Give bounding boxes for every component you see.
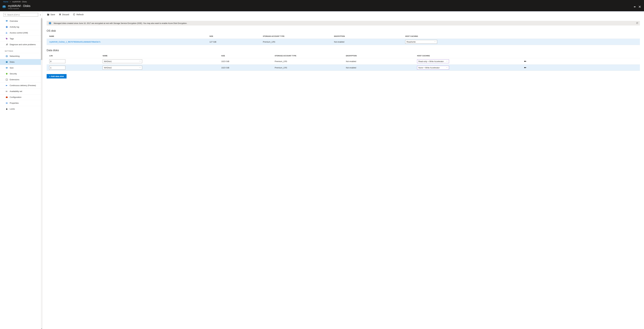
svg-rect-11 xyxy=(6,27,7,28)
refresh-button[interactable]: Refresh xyxy=(73,13,84,16)
sidebar-item-label: Tags xyxy=(10,38,14,40)
log-icon xyxy=(6,26,8,28)
refresh-label: Refresh xyxy=(76,13,84,16)
lun-input[interactable] xyxy=(49,66,66,70)
pin-icon[interactable] xyxy=(634,6,636,8)
svg-point-39 xyxy=(524,67,526,68)
sidebar-item-lock[interactable]: Locks xyxy=(0,106,41,112)
data-disk-row[interactable]: WADisk1 ﹀ 1023 GiB Premium_LRS Not enabl… xyxy=(46,58,640,65)
disks-icon xyxy=(6,61,8,63)
os-disk-caching-dropdown[interactable]: Read/write ﹀ xyxy=(405,40,437,44)
write-accelerator-icon[interactable] xyxy=(524,60,638,62)
props-icon xyxy=(6,102,8,104)
collapse-sidebar-icon[interactable]: « xyxy=(40,14,41,16)
sidebar-item-label: Availability set xyxy=(10,90,22,92)
breadcrumb-home[interactable]: Home xyxy=(3,1,8,3)
os-disk-heading: OS disk xyxy=(46,29,640,33)
size-icon xyxy=(6,67,8,69)
sidebar-item-cd[interactable]: Continuous delivery (Preview) xyxy=(0,82,41,88)
data-disk-row[interactable]: WADisk2 ﹀ 1023 GiB Premium_LRS Not enabl… xyxy=(46,65,640,71)
scroll-down-icon[interactable]: ▼ xyxy=(41,328,42,329)
sidebar-item-disks[interactable]: Disks xyxy=(0,59,41,65)
search-input[interactable] xyxy=(7,14,37,16)
save-label: Save xyxy=(50,13,55,16)
sidebar-item-label: Size xyxy=(10,67,14,69)
os-disk-caching-value: Read/write xyxy=(406,41,416,43)
shield-icon xyxy=(6,73,8,75)
add-data-disk-button[interactable]: + Add data disk xyxy=(46,74,66,79)
data-disks-heading: Data disks xyxy=(46,49,640,52)
sidebar-item-size[interactable]: Size xyxy=(0,65,41,71)
disk-storage: Premium_LRS xyxy=(272,58,343,65)
data-disks-table: LUN NAME SIZE STORAGE ACCOUNT TYPE ENCRY… xyxy=(46,53,640,71)
svg-rect-30 xyxy=(7,102,8,104)
discard-icon xyxy=(59,13,61,16)
sidebar-item-avail[interactable]: Availability set xyxy=(0,88,41,94)
sidebar-item-ext[interactable]: Extensions xyxy=(0,77,41,82)
sidebar-item-config[interactable]: Configuration xyxy=(0,94,41,100)
sidebar-scrollbar-track[interactable]: ▲ ▼ xyxy=(41,18,42,329)
sidebar-item-log[interactable]: Activity log xyxy=(0,24,41,30)
svg-rect-24 xyxy=(6,91,6,92)
sidebar-item-label: Activity log xyxy=(10,26,19,28)
breadcrumb: Home > myWAVM - Disks xyxy=(0,0,644,3)
save-icon xyxy=(47,13,50,16)
info-banner: Managed disks created since June 10, 201… xyxy=(46,21,640,26)
lun-input[interactable] xyxy=(49,59,66,63)
svg-rect-7 xyxy=(6,22,7,22)
sidebar-item-iam[interactable]: Access control (IAM) xyxy=(0,30,41,36)
col-caching: HOST CACHING xyxy=(414,53,521,58)
sidebar-item-wrench[interactable]: Diagnose and solve problems xyxy=(0,42,41,47)
info-banner-text: Managed disks created since June 10, 201… xyxy=(54,22,187,24)
disk-name-value: WADisk2 xyxy=(104,67,112,69)
chevron-down-icon: ﹀ xyxy=(139,60,141,63)
svg-rect-25 xyxy=(7,91,8,92)
host-caching-dropdown[interactable]: Read-only + Write Accelerator ﹀ xyxy=(417,59,449,63)
sidebar-search[interactable] xyxy=(4,13,38,17)
close-icon[interactable] xyxy=(639,6,641,8)
host-caching-dropdown[interactable]: None + Write Accelerator ﹀ xyxy=(417,66,449,70)
config-icon xyxy=(6,96,8,98)
discard-button[interactable]: Discard xyxy=(59,13,69,16)
col-size: SIZE xyxy=(219,53,272,58)
svg-point-12 xyxy=(6,32,7,33)
write-accelerator-icon[interactable] xyxy=(524,67,638,69)
disk-name-dropdown[interactable]: WADisk1 ﹀ xyxy=(102,59,142,63)
sidebar-section-settings: SETTINGS xyxy=(0,47,41,53)
disk-name-dropdown[interactable]: WADisk2 ﹀ xyxy=(102,66,142,70)
svg-rect-28 xyxy=(6,102,6,104)
tag-icon xyxy=(6,38,8,40)
svg-point-18 xyxy=(6,56,7,56)
wrench-icon xyxy=(6,44,8,46)
os-disk-row[interactable]: myWAVM_OsDisk_1_f8678795084e451c8bfdb837… xyxy=(46,39,640,45)
sidebar-item-label: Disks xyxy=(10,61,14,63)
info-icon xyxy=(48,22,52,25)
col-storage: STORAGE ACCOUNT TYPE xyxy=(260,34,332,39)
sidebar-item-net[interactable]: Networking xyxy=(0,53,41,59)
svg-line-5 xyxy=(6,15,6,16)
sidebar-item-monitor[interactable]: Overview xyxy=(0,18,41,24)
discard-label: Discard xyxy=(62,13,69,16)
lock-icon xyxy=(6,108,8,110)
popout-icon[interactable] xyxy=(636,22,638,24)
disk-size: 1023 GiB xyxy=(219,65,272,71)
svg-rect-27 xyxy=(6,97,7,97)
sidebar-item-shield[interactable]: Security xyxy=(0,71,41,77)
sidebar: « Overview Activity log Access control (… xyxy=(0,11,42,329)
chevron-down-icon: ﹀ xyxy=(139,67,141,69)
os-disk-name-link[interactable]: myWAVM_OsDisk_1_f8678795084e451c8bfdb837… xyxy=(49,41,100,43)
cd-icon xyxy=(6,84,8,87)
save-button[interactable]: Save xyxy=(47,13,55,16)
page-title: myWAVM - Disks xyxy=(8,4,30,8)
chevron-down-icon: ﹀ xyxy=(446,60,448,63)
sidebar-scrollbar-thumb[interactable] xyxy=(41,19,42,60)
sidebar-item-props[interactable]: Properties xyxy=(0,100,41,106)
sidebar-item-tag[interactable]: Tags xyxy=(0,36,41,42)
title-bar: myWAVM - Disks Virtual machine xyxy=(0,3,644,11)
disk-storage: Premium_LRS xyxy=(272,65,343,71)
svg-rect-26 xyxy=(6,97,8,98)
refresh-icon xyxy=(73,13,75,16)
col-encryption: ENCRYPTION xyxy=(332,34,403,39)
main-pane: Save Discard Refresh Managed disks creat… xyxy=(42,11,644,329)
sidebar-item-label: Overview xyxy=(10,20,18,22)
